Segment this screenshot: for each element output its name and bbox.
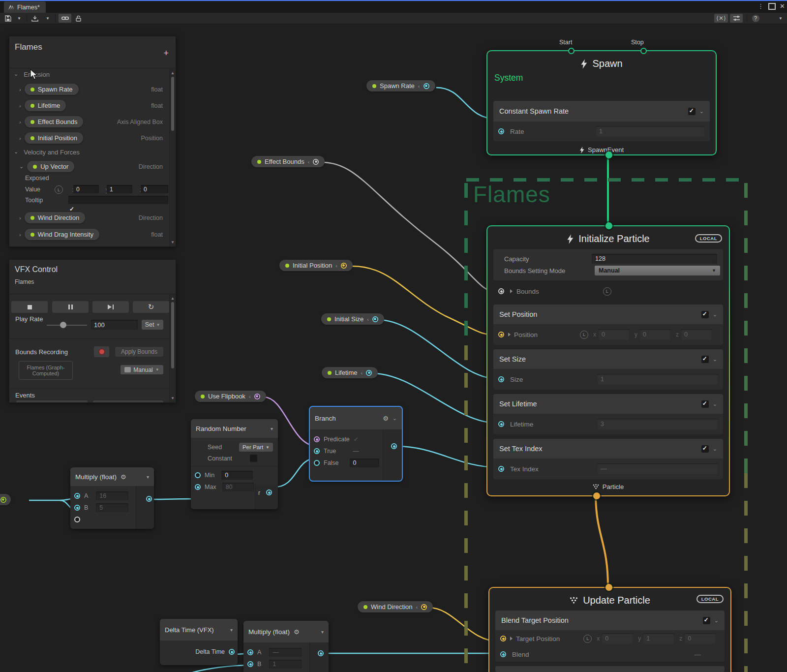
settings-sliders-icon[interactable] (730, 14, 743, 23)
max-input-port[interactable] (195, 484, 201, 490)
block-enabled-checkbox[interactable] (701, 356, 709, 363)
save-as-dropdown-icon[interactable]: ▼ (43, 14, 52, 23)
position-input-port[interactable] (498, 332, 504, 337)
set-size-block[interactable]: Set Size ⌄ Size 1 (493, 349, 723, 390)
help-icon[interactable]: ? (751, 14, 760, 23)
set-button[interactable]: Set▼ (142, 320, 163, 330)
output-port[interactable] (424, 83, 429, 89)
collapse-chevron-icon[interactable]: ‹ (249, 394, 251, 399)
node-branch[interactable]: Branch ⚙ ⌄ Predicate ✓ True — False 0 (310, 407, 402, 481)
param-row-wind-direction[interactable]: › Wind Direction (19, 212, 85, 223)
node-random-number[interactable]: Random Number ▾ Seed Per Part ▼ Constant… (191, 419, 278, 509)
tex-index-field[interactable]: — (597, 463, 718, 474)
target-z-field[interactable]: 0 (684, 633, 716, 644)
gear-icon[interactable]: ⚙ (294, 628, 300, 636)
link-toggle-icon[interactable] (59, 14, 71, 23)
value-x-field[interactable]: 0 (73, 185, 99, 193)
min-input-port[interactable] (195, 472, 201, 478)
collapse-icon[interactable]: ▾ (230, 627, 233, 633)
node-initialize-particle[interactable]: Initialize Particle LOCAL Capacity 128 B… (486, 225, 730, 496)
param-row-wind-drag-intensity[interactable]: › Wind Drag Intensity (19, 229, 99, 240)
bounds-mode-dropdown[interactable]: Manual ▼ (121, 365, 163, 374)
flow-port-start[interactable] (568, 48, 575, 54)
a-field[interactable]: 16 (96, 491, 128, 500)
b-field[interactable]: 1 (269, 660, 302, 669)
b-input-port[interactable] (74, 505, 80, 511)
onstop-button-clipped[interactable] (93, 400, 163, 403)
param-row-effect-bounds[interactable]: › Effect Bounds (19, 116, 83, 127)
scroll-down-icon[interactable]: ▼ (170, 240, 176, 244)
play-rate-slider-handle[interactable] (60, 322, 66, 328)
blackboard-scrollbar[interactable]: ▲ ▼ (169, 69, 176, 246)
lifetime-input-port[interactable] (498, 421, 504, 427)
blend-target-position-block[interactable]: Blend Target Position ⌄ Target Position … (495, 611, 725, 662)
block-enabled-checkbox[interactable] (701, 311, 709, 318)
collapse-icon[interactable]: ⌄ (393, 415, 397, 422)
bounds-source-button[interactable]: Flames (Graph-Computed) (19, 361, 73, 380)
kebab-menu-icon[interactable]: ⋮ (757, 2, 764, 10)
flow-port-initialize-in[interactable] (605, 222, 612, 229)
bounds-input-port[interactable] (498, 288, 504, 294)
output-port[interactable] (421, 604, 427, 610)
parameter-node-spawn-rate[interactable]: Spawn Rate ‹ (366, 80, 435, 92)
node-update-particle[interactable]: Update Particle LOCAL Blend Target Posit… (488, 587, 731, 672)
wire-branch-to-texindex[interactable] (396, 446, 497, 467)
block-collapse-icon[interactable]: ⌄ (713, 311, 717, 318)
stop-button[interactable] (11, 301, 48, 313)
wire-initial-size[interactable] (378, 320, 497, 379)
set-position-block[interactable]: Set Position ⌄ Position x0 y0 z0 (493, 305, 723, 345)
parameter-node-effect-bounds[interactable]: Effect Bounds ‹ (251, 156, 325, 167)
false-field[interactable]: 0 (350, 458, 379, 467)
block-collapse-icon[interactable]: ⌄ (713, 401, 717, 407)
scrollbar-thumb[interactable] (171, 302, 174, 368)
restart-button[interactable]: ↻ (133, 301, 169, 313)
position-z-field[interactable]: 0 (681, 329, 712, 340)
flow-port-stop[interactable] (640, 48, 647, 54)
local-space-icon[interactable] (55, 185, 63, 194)
block-collapse-icon[interactable]: ⌄ (699, 108, 704, 115)
pause-button[interactable] (52, 301, 89, 313)
parameter-node-size[interactable]: Size ‹ (0, 494, 11, 505)
collapse-chevron-icon[interactable]: ‹ (308, 159, 310, 165)
collapse-chevron-icon[interactable]: ‹ (335, 263, 337, 269)
seed-dropdown[interactable]: Per Part ▼ (239, 443, 273, 452)
expand-triangle-icon[interactable] (508, 333, 511, 336)
true-input-port[interactable] (314, 448, 320, 454)
wire-initial-position[interactable] (352, 266, 497, 335)
save-icon[interactable] (3, 14, 13, 23)
play-rate-slider-track[interactable] (47, 325, 87, 326)
collapse-chevron-icon[interactable]: ‹ (416, 604, 418, 610)
save-as-icon[interactable] (30, 14, 40, 23)
output-port[interactable] (254, 394, 260, 399)
scroll-up-icon[interactable]: ▲ (170, 296, 176, 301)
b-field[interactable]: 5 (96, 503, 128, 512)
add-input-port[interactable] (74, 517, 80, 522)
value-z-field[interactable]: 0 (141, 185, 168, 193)
tex-index-input-port[interactable] (498, 466, 504, 472)
rate-field[interactable]: 1 (596, 126, 705, 137)
position-y-field[interactable]: 0 (639, 329, 671, 340)
capacity-field[interactable]: 128 (592, 254, 717, 264)
node-multiply-float-1[interactable]: Multiply (float) ⚙ ▾ A 16 B 5 (70, 467, 154, 529)
a-input-port[interactable] (247, 649, 253, 655)
param-row-spawn-rate[interactable]: › Spawn Rate (19, 84, 79, 95)
record-button[interactable] (94, 346, 109, 357)
false-input-port[interactable] (314, 460, 320, 466)
rate-input-port[interactable] (498, 128, 504, 134)
scroll-down-icon[interactable]: ▼ (170, 396, 176, 400)
size-field[interactable]: 1 (597, 374, 718, 385)
wire-effect-bounds[interactable] (322, 162, 497, 292)
apply-bounds-button[interactable]: Apply Bounds (115, 347, 163, 357)
maximize-icon[interactable] (768, 3, 776, 10)
block-enabled-checkbox[interactable] (701, 400, 709, 408)
onplay-button-clipped[interactable] (16, 400, 88, 403)
block-enabled-checkbox[interactable] (688, 108, 696, 115)
play-rate-field[interactable]: 100 (91, 320, 138, 330)
position-x-field[interactable]: 0 (598, 329, 630, 340)
flow-port-spawnevent-out[interactable] (605, 152, 612, 158)
a-input-port[interactable] (74, 493, 80, 499)
collapse-icon[interactable]: ▾ (321, 629, 324, 635)
blend-input-port[interactable] (500, 651, 506, 657)
min-field[interactable]: 0 (221, 471, 253, 480)
max-field[interactable]: 80 (222, 483, 254, 491)
